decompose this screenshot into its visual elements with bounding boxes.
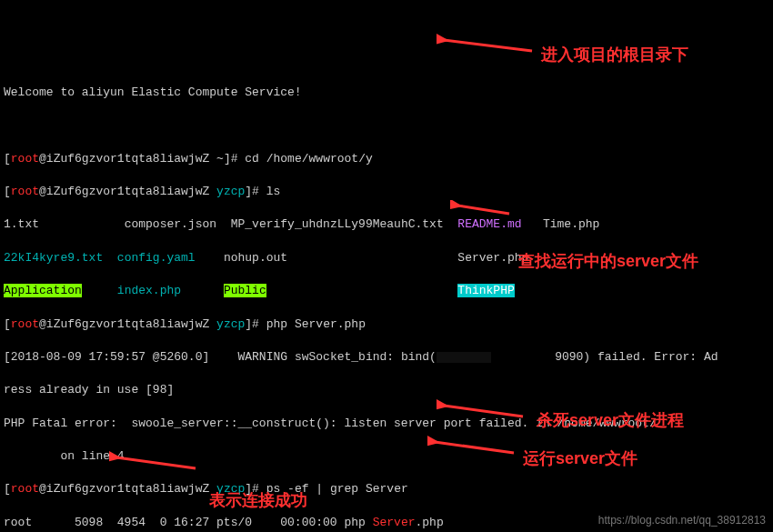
warning-line2: ress already in use [98] — [4, 382, 769, 398]
prompt-ls[interactable]: [root@iZuf6gzvor1tqta8liawjwZ yzcp]# ls — [4, 184, 769, 200]
annotation-3: 杀死server文件进程 — [537, 409, 684, 432]
prompt-php1[interactable]: [root@iZuf6gzvor1tqta8liawjwZ yzcp]# php… — [4, 316, 769, 333]
blank-line — [4, 117, 769, 134]
ls-row3: Application index.php Public ThinkPHP — [4, 283, 769, 299]
annotation-5: 表示连接成功 — [209, 489, 307, 512]
prompt-ps[interactable]: [root@iZuf6gzvor1tqta8liawjwZ yzcp]# ps … — [4, 481, 769, 497]
prompt-cd[interactable]: [root@iZuf6gzvor1tqta8liawjwZ ~]# cd /ho… — [4, 151, 769, 167]
arrow-icon — [437, 33, 537, 55]
annotation-1: 进入项目的根目录下 — [541, 44, 688, 66]
annotation-2: 查找运行中的server文件 — [518, 250, 698, 273]
welcome-line: Welcome to aliyun Elastic Compute Servic… — [4, 85, 769, 101]
warning-line: [2018-08-09 17:59:57 @5260.0] WARNING sw… — [4, 349, 769, 366]
annotation-4: 运行server文件 — [523, 447, 637, 470]
fatal-line2: on line 4 — [4, 448, 769, 465]
credit-text: https://blog.csdn.net/qq_38912813 — [598, 513, 766, 528]
svg-line-1 — [444, 40, 532, 51]
ls-row1: 1.txt composer.json MP_verify_uhdnzLLy99… — [4, 216, 769, 233]
terminal-output: Welcome to aliyun Elastic Compute Servic… — [0, 66, 773, 532]
